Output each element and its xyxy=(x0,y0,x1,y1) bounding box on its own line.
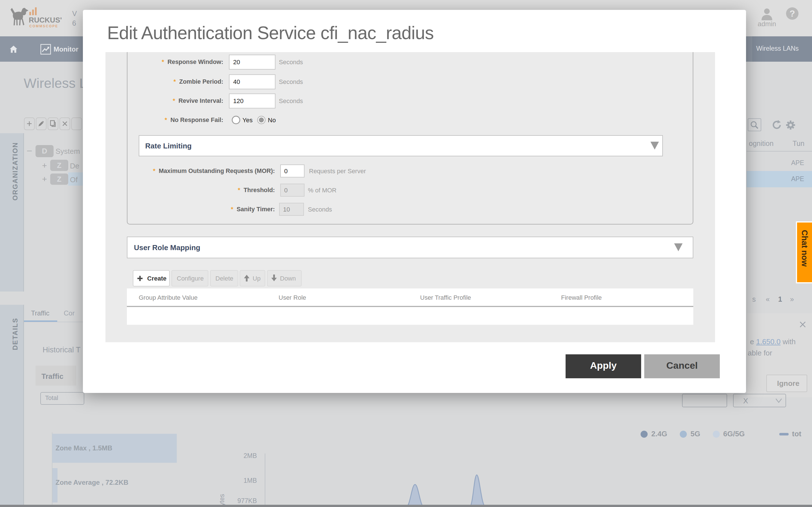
svg-text:RUCKUS': RUCKUS' xyxy=(29,16,62,24)
svg-text:COMMSCOPE: COMMSCOPE xyxy=(29,24,58,28)
